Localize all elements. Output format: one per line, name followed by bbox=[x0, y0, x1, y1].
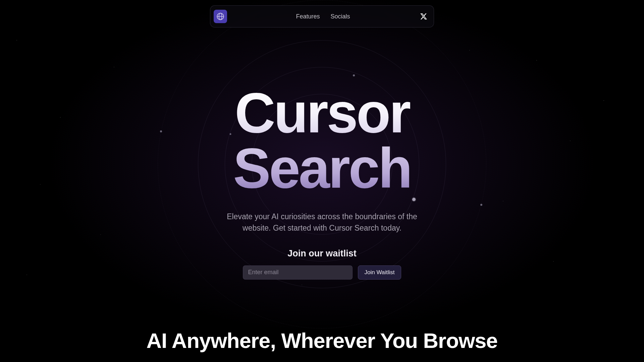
nav-link-socials[interactable]: Socials bbox=[331, 13, 350, 20]
nav-links: Features Socials bbox=[227, 13, 419, 20]
join-waitlist-button[interactable]: Join Waitlist bbox=[358, 265, 401, 280]
x-twitter-icon[interactable] bbox=[419, 12, 428, 21]
hero-section: Cursor Search Elevate your AI curiositie… bbox=[0, 85, 644, 280]
email-input[interactable] bbox=[243, 265, 353, 280]
waitlist-heading: Join our waitlist bbox=[0, 248, 644, 259]
logo-icon[interactable] bbox=[214, 10, 227, 23]
waitlist-form: Join Waitlist bbox=[0, 265, 644, 280]
hero-title-line2: Search bbox=[233, 137, 411, 200]
nav-link-features[interactable]: Features bbox=[296, 13, 320, 20]
hero-title: Cursor Search bbox=[0, 85, 644, 196]
hero-title-line1: Cursor bbox=[235, 81, 410, 144]
section2-title: AI Anywhere, Wherever You Browse bbox=[0, 328, 644, 353]
hero-subtitle: Elevate your AI curiosities across the b… bbox=[215, 211, 429, 234]
top-navbar: Features Socials bbox=[210, 5, 434, 27]
section-ai-anywhere: AI Anywhere, Wherever You Browse bbox=[0, 328, 644, 353]
